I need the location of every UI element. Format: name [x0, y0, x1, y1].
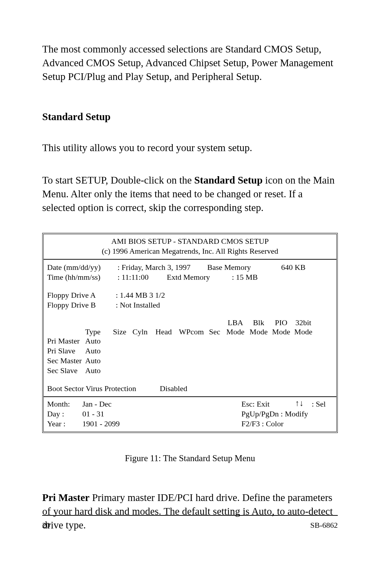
- time-row: Time (hh/mm/ss) : 11:11:00 Extd Memory :…: [47, 272, 333, 282]
- extmem-value: : 15 MB: [232, 272, 274, 282]
- para-2: To start SETUP, Double-click on the Stan…: [42, 173, 338, 215]
- drive-name: Pri Master: [47, 336, 85, 346]
- hdr-lba: LBA: [223, 318, 248, 328]
- drive-type: Auto: [85, 366, 110, 376]
- basemem-value: 640 KB: [281, 262, 323, 272]
- para-1: This utility allows you to record your s…: [42, 141, 338, 155]
- hdr-pio: PIO: [270, 318, 293, 328]
- table-row: Pri Slave Auto: [47, 346, 333, 356]
- bios-screen: AMI BIOS SETUP - STANDARD CMOS SETUP (c)…: [42, 233, 338, 433]
- hdr-32bit-mode: Mode: [293, 327, 314, 337]
- drive-name: Pri Slave: [47, 346, 85, 356]
- hdr-blk: Blk: [248, 318, 270, 328]
- floppy-b-row: Floppy Drive B : Not Installed: [47, 300, 333, 310]
- hdr-blk-mode: Mode: [248, 327, 270, 337]
- floppy-b-value: : Not Installed: [116, 300, 186, 310]
- year-value: 1901 - 2099: [82, 419, 135, 429]
- hdr-type: Type: [85, 327, 110, 337]
- para-2a: To start SETUP, Double-click on the: [42, 174, 194, 186]
- table-row: Sec Slave Auto: [47, 366, 333, 376]
- doc-code: SB-6862: [310, 521, 338, 530]
- drive-table: LBA Blk PIO 32bit Type Size Cyln Head WP…: [47, 318, 333, 376]
- page-number: 20: [42, 521, 50, 530]
- drive-type: Auto: [85, 356, 110, 366]
- updown-arrows-icon: ↑↓: [287, 399, 312, 409]
- bios-header: AMI BIOS SETUP - STANDARD CMOS SETUP (c)…: [44, 234, 336, 260]
- boot-value: Disabled: [160, 384, 187, 394]
- floppy-section: Floppy Drive A : 1.44 MB 3 1/2 Floppy Dr…: [47, 290, 333, 310]
- day-label: Day :: [47, 409, 82, 419]
- esc-hint: Esc: Exit: [241, 399, 287, 409]
- extmem-label: Extd Memory: [167, 272, 232, 282]
- month-value: Jan - Dec: [82, 399, 135, 409]
- pri-master-bold: Pri Master: [42, 492, 89, 503]
- hdr-pio-mode: Mode: [270, 327, 293, 337]
- f2f3-hint: F2/F3 : Color: [241, 419, 333, 429]
- hdr-lba-mode: Mode: [223, 327, 248, 337]
- floppy-a-label: Floppy Drive A: [47, 290, 116, 300]
- date-label: Date (mm/dd/yy): [47, 262, 118, 272]
- hdr-cyln: Cyln: [129, 327, 151, 337]
- floppy-a-value: : 1.44 MB 3 1/2: [116, 290, 186, 300]
- boot-label: Boot Sector Virus Protection: [47, 384, 160, 394]
- date-row: Date (mm/dd/yy) : Friday, March 3, 1997 …: [47, 262, 333, 272]
- bios-copyright: (c) 1996 American Megatrends, Inc. All R…: [46, 246, 334, 256]
- hdr-size: Size: [110, 327, 129, 337]
- page-footer: 20 SB-6862: [42, 515, 338, 530]
- hdr-wpcom: WPcom: [177, 327, 206, 337]
- sel-hint: : Sel: [312, 399, 333, 409]
- bios-body: Date (mm/dd/yy) : Friday, March 3, 1997 …: [44, 260, 336, 397]
- drive-name: Sec Master: [47, 356, 85, 366]
- hdr-sec: Sec: [206, 327, 223, 337]
- drive-type: Auto: [85, 346, 110, 356]
- bios-footer: Month: Jan - Dec Esc: Exit ↑↓ : Sel Day …: [44, 397, 336, 432]
- hdr-32bit: 32bit: [293, 318, 314, 328]
- intro-paragraph: The most commonly accessed selections ar…: [42, 42, 338, 83]
- floppy-a-row: Floppy Drive A : 1.44 MB 3 1/2: [47, 290, 333, 300]
- para-2-bold: Standard Setup: [194, 174, 262, 186]
- hdr-head: Head: [151, 327, 177, 337]
- drive-table-header-row2: Type Size Cyln Head WPcom Sec Mode Mode …: [47, 327, 333, 337]
- date-value: : Friday, March 3, 1997: [118, 262, 207, 272]
- time-label: Time (hh/mm/ss): [47, 272, 118, 282]
- boot-row: Boot Sector Virus Protection Disabled: [47, 384, 333, 394]
- time-value: : 11:11:00: [118, 272, 167, 282]
- pgupdn-hint: PgUp/PgDn : Modify: [241, 409, 333, 419]
- bios-title: AMI BIOS SETUP - STANDARD CMOS SETUP: [46, 236, 334, 246]
- drive-name: Sec Slave: [47, 366, 85, 376]
- year-label: Year :: [47, 419, 82, 429]
- table-row: Sec Master Auto: [47, 356, 333, 366]
- drive-table-header-row1: LBA Blk PIO 32bit: [47, 318, 333, 328]
- basemem-label: Base Memory: [207, 262, 281, 272]
- section-heading: Standard Setup: [42, 111, 338, 123]
- floppy-b-label: Floppy Drive B: [47, 300, 116, 310]
- day-value: 01 - 31: [82, 409, 135, 419]
- month-label: Month:: [47, 399, 82, 409]
- table-row: Pri Master Auto: [47, 336, 333, 346]
- figure-caption: Figure 11: The Standard Setup Menu: [42, 453, 338, 463]
- drive-type: Auto: [85, 336, 110, 346]
